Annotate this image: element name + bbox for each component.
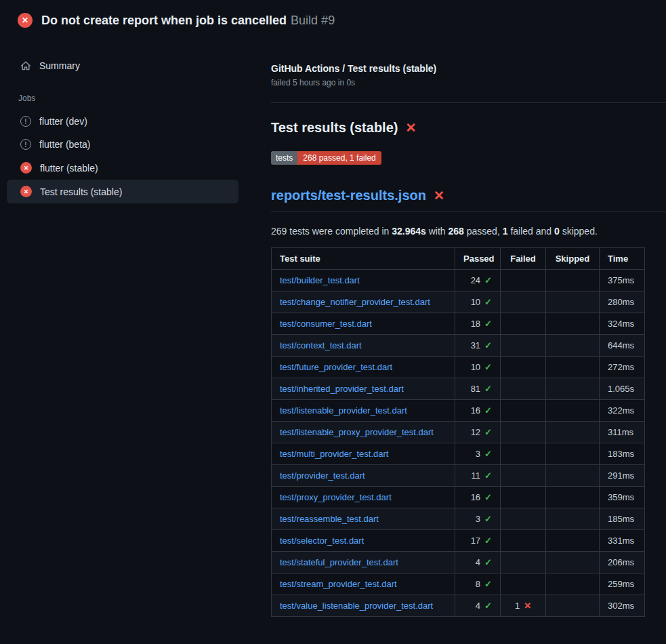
check-icon: ✓ [484,579,492,589]
failed-cell [501,530,546,552]
breadcrumb: GitHub Actions / Test results (stable) [271,63,644,74]
skipped-cell [546,573,600,595]
suite-link[interactable]: test/listenable_provider_test.dart [280,405,407,416]
table-row: test/inherited_provider_test.dart81✓1.06… [272,378,645,400]
failed-cell [501,422,546,443]
suite-cell: test/proxy_provider_test.dart [272,487,455,508]
passed-cell: 4✓ [455,552,501,573]
report-link[interactable]: reports/test-results.json [271,188,426,203]
passed-cell: 16✓ [455,487,501,508]
failed-count: 1 [515,601,520,611]
time-cell: 291ms [600,465,645,487]
sidebar-item-flutter-stable[interactable]: ✕ flutter (stable) [7,156,238,180]
summary-failed: 1 [503,226,508,237]
table-row: test/value_listenable_provider_test.dart… [272,595,645,617]
summary-text: passed, [464,226,503,237]
time-cell: 322ms [600,400,645,422]
check-icon: ✓ [484,297,492,307]
suite-link[interactable]: test/value_listenable_provider_test.dart [280,601,433,611]
suite-cell: test/stream_provider_test.dart [272,573,455,595]
cross-icon: ✕ [524,601,531,611]
suite-link[interactable]: test/selector_test.dart [280,536,364,546]
skipped-cell [546,443,600,465]
divider [271,102,666,103]
failed-cell [501,270,546,291]
suite-link[interactable]: test/stateful_provider_test.dart [280,557,398,567]
run-title-line: Do not create report when job is cancell… [41,14,335,28]
skipped-cell [546,313,600,335]
time-cell: 183ms [600,443,645,465]
skipped-cell [546,465,600,487]
suite-cell: test/consumer_test.dart [272,313,455,335]
passed-cell: 31✓ [455,335,501,357]
suite-link[interactable]: test/listenable_proxy_provider_test.dart [280,427,434,437]
skipped-cell [546,291,600,313]
badge-value: 268 passed, 1 failed [297,151,381,165]
passed-cell: 8✓ [455,573,501,595]
suite-link[interactable]: test/builder_test.dart [280,275,360,285]
suite-link[interactable]: test/consumer_test.dart [280,319,372,329]
sidebar-item-summary[interactable]: Summary [7,54,238,77]
skipped-cell [546,508,600,530]
check-icon: ✓ [484,601,492,611]
results-table-body: test/builder_test.dart24✓375mstest/chang… [272,270,645,617]
sidebar-item-flutter-dev[interactable]: ! flutter (dev) [7,110,238,133]
suite-link[interactable]: test/future_provider_test.dart [280,362,392,372]
run-failed-icon: ✕ [18,13,33,28]
suite-link[interactable]: test/change_notifier_provider_test.dart [280,297,430,307]
time-cell: 206ms [600,552,645,573]
sidebar-item-test-results-stable[interactable]: ✕ Test results (stable) [7,180,238,203]
table-row: test/change_notifier_provider_test.dart1… [272,291,645,313]
passed-count: 17 [471,536,480,546]
failed-cell: 1✕ [501,595,546,617]
summary-prefix: 269 tests were completed in [271,226,392,237]
time-cell: 359ms [600,487,645,508]
suite-cell: test/context_test.dart [272,335,455,357]
divider [271,212,666,212]
passed-count: 31 [471,340,480,350]
table-row: test/stateful_provider_test.dart4✓206ms [272,552,645,573]
skipped-cell [546,357,600,378]
suite-link[interactable]: test/reassemble_test.dart [280,514,379,524]
neutral-status-icon: ! [20,139,31,150]
passed-cell: 81✓ [455,378,501,400]
time-cell: 302ms [600,595,645,617]
passed-cell: 16✓ [455,400,501,422]
failed-status-icon: ✕ [20,186,32,197]
table-row: test/selector_test.dart17✓331ms [272,530,645,552]
section-title-row: Test results (stable) ✕ [271,120,644,136]
failed-cell [501,443,546,465]
suite-link[interactable]: test/stream_provider_test.dart [280,579,397,589]
suite-link[interactable]: test/inherited_provider_test.dart [280,384,404,394]
sidebar-item-flutter-beta[interactable]: ! flutter (beta) [7,133,238,156]
summary-text: failed and [508,226,555,237]
passed-count: 16 [471,492,480,502]
passed-cell: 3✓ [455,508,501,530]
table-row: test/proxy_provider_test.dart16✓359ms [272,487,645,508]
time-cell: 331ms [600,530,645,552]
failed-cell [501,508,546,530]
build-number: Build #9 [291,14,335,28]
col-header-failed: Failed [501,248,546,270]
table-row: test/multi_provider_test.dart3✓183ms [272,443,645,465]
suite-link[interactable]: test/provider_test.dart [280,470,365,481]
table-row: test/builder_test.dart24✓375ms [272,270,645,291]
failed-cell [501,357,546,378]
col-header-test-suite: Test suite [272,248,455,270]
suite-link[interactable]: test/context_test.dart [280,340,362,350]
suite-link[interactable]: test/proxy_provider_test.dart [280,492,392,502]
summary-passed: 268 [449,226,464,237]
skipped-cell [546,487,600,508]
suite-cell: test/selector_test.dart [272,530,455,552]
suite-cell: test/listenable_proxy_provider_test.dart [272,422,455,443]
skipped-cell [546,378,600,400]
passed-count: 18 [471,319,480,329]
check-icon: ✓ [484,470,492,481]
home-icon [20,60,31,71]
passed-cell: 18✓ [455,313,501,335]
sidebar-item-label: flutter (beta) [39,139,90,150]
suite-link[interactable]: test/multi_provider_test.dart [280,449,388,459]
failed-cell [501,400,546,422]
check-icon: ✓ [484,557,492,567]
passed-count: 3 [476,449,480,459]
